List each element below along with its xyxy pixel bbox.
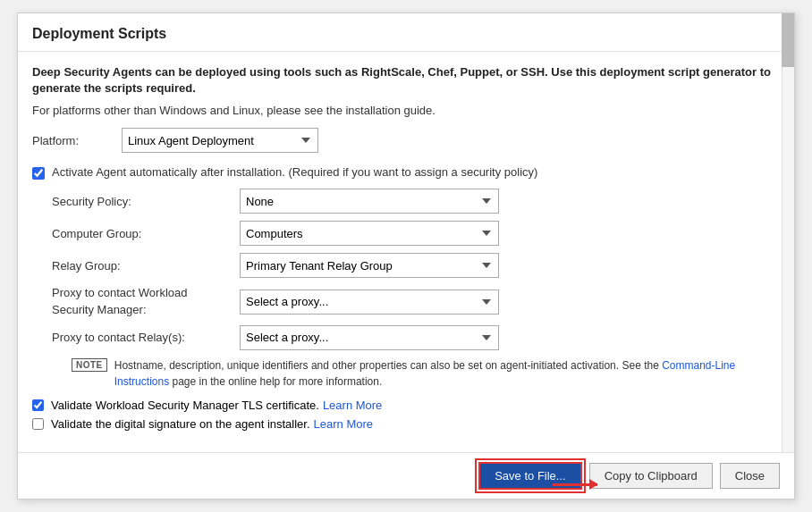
dialog-title: Deployment Scripts bbox=[32, 26, 780, 42]
close-button[interactable]: Close bbox=[720, 463, 780, 489]
platform-row: Platform: Linux Agent Deployment bbox=[32, 128, 780, 153]
deployment-scripts-dialog: Deployment Scripts Deep Security Agents … bbox=[17, 13, 795, 499]
proxy-workload-label: Proxy to contact Workload Security Manag… bbox=[52, 285, 240, 317]
arrow-line bbox=[553, 483, 597, 486]
relay-group-row: Relay Group: Primary Tenant Relay Group bbox=[52, 253, 780, 278]
proxy-relay-select[interactable]: Select a proxy... bbox=[240, 325, 499, 350]
fields-section: Security Policy: None Computer Group: Co… bbox=[52, 189, 780, 389]
security-policy-row: Security Policy: None bbox=[52, 189, 780, 214]
dialog-header: Deployment Scripts bbox=[18, 13, 794, 52]
activate-checkbox-row: Activate Agent automatically after insta… bbox=[32, 165, 780, 180]
note-text-after: page in the online help for more informa… bbox=[169, 375, 382, 388]
computer-group-select[interactable]: Computers bbox=[240, 221, 499, 246]
intro-normal-text: For platforms other than Windows and Lin… bbox=[32, 104, 780, 117]
validate-sig-row: Validate the digital signature on the ag… bbox=[32, 417, 780, 431]
copy-to-clipboard-button[interactable]: Copy to Clipboard bbox=[589, 463, 713, 489]
platform-label: Platform: bbox=[32, 134, 122, 147]
security-policy-label: Security Policy: bbox=[52, 195, 240, 208]
computer-group-row: Computer Group: Computers bbox=[52, 221, 780, 246]
relay-group-select[interactable]: Primary Tenant Relay Group bbox=[240, 253, 499, 278]
security-policy-select[interactable]: None bbox=[240, 189, 499, 214]
platform-select[interactable]: Linux Agent Deployment bbox=[122, 128, 318, 153]
scrollbar-track[interactable] bbox=[782, 13, 794, 452]
note-badge: NOTE bbox=[72, 358, 107, 372]
relay-group-label: Relay Group: bbox=[52, 259, 240, 273]
validate-rows: Validate Workload Security Manager TLS c… bbox=[32, 399, 780, 431]
note-row: NOTE Hostname, description, unique ident… bbox=[72, 357, 780, 390]
activate-label: Activate Agent automatically after insta… bbox=[52, 165, 537, 179]
validate-tls-checkbox[interactable] bbox=[32, 399, 44, 411]
proxy-workload-select[interactable]: Select a proxy... bbox=[240, 290, 499, 315]
dialog-footer: Save to File... Copy to Clipboard Close bbox=[18, 452, 794, 499]
validate-sig-learn-more[interactable]: Learn More bbox=[314, 417, 373, 431]
proxy-relay-label: Proxy to contact Relay(s): bbox=[52, 331, 240, 344]
activate-checkbox[interactable] bbox=[32, 167, 45, 180]
note-text: Hostname, description, unique identifier… bbox=[114, 357, 780, 390]
validate-tls-label: Validate Workload Security Manager TLS c… bbox=[51, 399, 319, 412]
proxy-relay-row: Proxy to contact Relay(s): Select a prox… bbox=[52, 325, 780, 350]
validate-tls-row: Validate Workload Security Manager TLS c… bbox=[32, 399, 780, 412]
computer-group-label: Computer Group: bbox=[52, 227, 240, 240]
validate-sig-checkbox[interactable] bbox=[32, 418, 44, 430]
arrow-indicator bbox=[553, 483, 597, 486]
scrollbar-thumb[interactable] bbox=[782, 13, 794, 67]
proxy-workload-row: Proxy to contact Workload Security Manag… bbox=[52, 285, 780, 317]
validate-sig-label: Validate the digital signature on the ag… bbox=[51, 417, 310, 431]
dialog-body: Deep Security Agents can be deployed usi… bbox=[18, 52, 794, 452]
intro-bold-text: Deep Security Agents can be deployed usi… bbox=[32, 64, 780, 97]
note-text-before: Hostname, description, unique identifier… bbox=[114, 359, 662, 372]
validate-tls-learn-more[interactable]: Learn More bbox=[323, 399, 382, 412]
